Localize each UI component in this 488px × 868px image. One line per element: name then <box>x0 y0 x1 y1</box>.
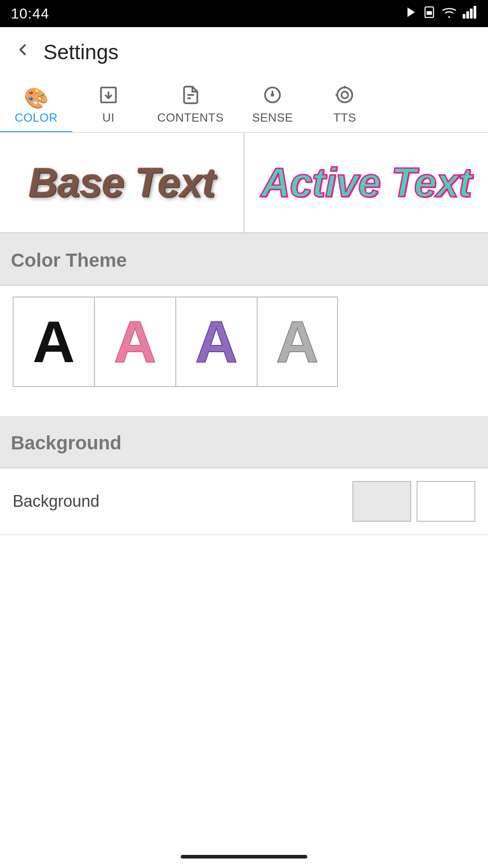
preview-section: Base Text Active Text <box>0 133 488 233</box>
color-theme-section-header: Color Theme <box>0 233 488 286</box>
theme-letter-purple: A <box>195 312 238 371</box>
base-text-display: Base Text <box>28 160 215 206</box>
theme-option-black[interactable]: A <box>13 297 94 387</box>
svg-rect-5 <box>470 9 473 19</box>
background-row: Background <box>0 468 488 535</box>
theme-letter-gray: A <box>276 312 319 371</box>
bg-swatch-gray[interactable] <box>352 481 411 522</box>
signal-icon <box>463 6 477 22</box>
theme-option-gray[interactable]: A <box>257 297 338 387</box>
color-tab-icon: 🎨 <box>24 88 49 108</box>
background-swatches <box>352 481 475 522</box>
tab-contents[interactable]: CONTENTS <box>145 77 236 132</box>
svg-point-14 <box>342 92 348 99</box>
tab-color-label: COLOR <box>15 111 58 125</box>
sim-icon <box>423 6 436 22</box>
wifi-icon <box>441 6 457 22</box>
page-title: Settings <box>43 40 118 64</box>
status-time: 10:44 <box>11 5 49 22</box>
bottom-indicator <box>181 855 307 859</box>
svg-rect-4 <box>466 11 469 19</box>
background-section-title: Background <box>11 432 122 453</box>
svg-rect-6 <box>474 6 476 19</box>
svg-point-13 <box>338 88 352 103</box>
tab-sense-label: SENSE <box>252 111 293 125</box>
base-text-preview[interactable]: Base Text <box>0 133 244 232</box>
tab-tts-label: TTS <box>333 111 357 125</box>
play-icon <box>405 6 418 22</box>
tab-ui-label: UI <box>103 111 115 125</box>
color-theme-title: Color Theme <box>11 250 127 271</box>
svg-marker-0 <box>408 7 415 17</box>
back-button[interactable] <box>9 36 36 68</box>
theme-row: A A A A <box>0 286 488 398</box>
tab-bar: 🎨 COLOR UI CONTENTS <box>0 77 488 133</box>
status-bar: 10:44 <box>0 0 488 27</box>
tab-sense[interactable]: SENSE <box>236 77 309 132</box>
theme-letter-black: A <box>33 312 75 371</box>
bottom-bar <box>0 845 488 868</box>
active-text-preview[interactable]: Active Text <box>244 133 488 232</box>
contents-tab-icon <box>181 85 201 108</box>
ui-tab-icon <box>99 85 118 108</box>
tts-tab-icon <box>335 85 355 108</box>
active-text-display: Active Text <box>261 160 472 206</box>
sense-tab-icon <box>263 85 282 108</box>
background-row-label: Background <box>13 492 99 511</box>
theme-letter-pink: A <box>114 312 156 371</box>
top-bar: Settings <box>0 27 488 77</box>
background-section-header: Background <box>0 416 488 468</box>
tab-contents-label: CONTENTS <box>157 111 224 125</box>
svg-rect-2 <box>427 11 432 14</box>
tab-ui[interactable]: UI <box>72 77 145 132</box>
tab-color[interactable]: 🎨 COLOR <box>0 80 72 132</box>
theme-option-purple[interactable]: A <box>175 297 257 387</box>
status-icons <box>405 6 477 22</box>
bg-swatch-white[interactable] <box>417 481 475 522</box>
tab-tts[interactable]: TTS <box>309 77 381 132</box>
theme-option-pink[interactable]: A <box>94 297 175 387</box>
svg-rect-3 <box>463 14 465 19</box>
